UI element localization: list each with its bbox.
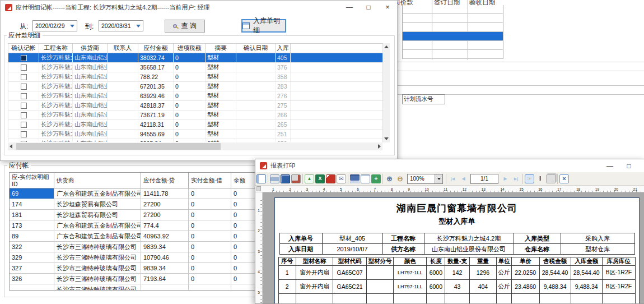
cell-summary[interactable]: 型材 (206, 91, 236, 100)
minimize-button[interactable]: — (600, 159, 619, 173)
scroll-down-icon[interactable] (384, 137, 389, 140)
zoom-out-icon[interactable]: ⊖ (395, 174, 405, 183)
column-header-payable-credit[interactable]: 应付金额-贷 (141, 173, 189, 188)
table-row[interactable]: 181 长沙坦森贸易有限公司 27200 0 0 (10, 210, 264, 220)
cell-payable-credit[interactable]: 40963.92 (141, 231, 189, 241)
checkbox[interactable] (21, 141, 27, 142)
cell-tax[interactable]: 0 (174, 130, 206, 139)
scroll-right-icon[interactable] (378, 144, 381, 149)
pdf-icon[interactable] (326, 174, 335, 183)
cell-payable-credit[interactable]: 27200 (141, 199, 189, 209)
maximize-button[interactable]: □ (359, 1, 378, 14)
cell-supplier[interactable]: 山东南山铝业... (73, 120, 108, 129)
table-row[interactable]: 长沙万科魅力... 山东南山铝业... 63929.46 0 型材 276 (8, 91, 382, 101)
cell-amount[interactable]: 3895.84 (138, 139, 174, 142)
checkbox[interactable] (21, 103, 27, 109)
table-row[interactable]: 173 广东合和建筑五金制品有限公司 774.4 0 0 (10, 220, 264, 231)
cell-contact[interactable] (108, 91, 138, 100)
table-row[interactable]: 329 长沙市三湘特种玻璃有限公司 10790.46 0 0 (10, 252, 264, 263)
cell-confirm-date[interactable] (236, 139, 276, 142)
table-row[interactable]: 长沙万科魅力... 山东南山铝业... 73671.19 0 型材 266 (8, 110, 382, 120)
cell-paid-debit[interactable]: 0 (189, 188, 231, 199)
cell-project[interactable]: 长沙万科魅力... (39, 63, 73, 72)
confirm-cell[interactable] (8, 139, 39, 142)
cell-entry-no[interactable]: 251 (276, 130, 291, 139)
cell-entry-no[interactable]: 266 (276, 110, 291, 119)
cell-payable-credit[interactable]: 774.4 (141, 220, 189, 231)
confirm-cell[interactable] (8, 130, 39, 139)
cell-project[interactable]: 长沙万科魅力... (39, 139, 73, 142)
cell-paid-debit[interactable] (189, 284, 231, 290)
copy-icon[interactable] (546, 174, 556, 183)
scroll-left-icon[interactable] (10, 144, 12, 149)
last-page-icon[interactable]: ▶| (511, 174, 521, 183)
horizontal-scrollbar[interactable] (8, 142, 382, 150)
table-row[interactable] (402, 23, 503, 32)
cell-supplier[interactable]: 广东合和建筑五金制品有限公司 (54, 188, 141, 199)
cell-detail-id[interactable]: 89 (10, 231, 54, 241)
confirm-cell[interactable] (8, 110, 39, 119)
scrollbar-thumb[interactable] (16, 143, 221, 150)
cell-project[interactable]: 长沙万科魅力... (39, 72, 73, 81)
checkbox[interactable] (21, 65, 27, 71)
table-row[interactable]: 326 长沙市三湘特种玻璃有限公司 7193.64 0 0 (10, 274, 264, 284)
table-row[interactable]: 327 长沙市三湘特种玻璃有限公司 9839.34 0 0 (10, 263, 264, 274)
cell-payable-credit[interactable]: 9839.34 (141, 242, 189, 252)
cell-detail-id[interactable] (10, 284, 54, 290)
save-icon[interactable] (350, 174, 360, 183)
cell-supplier[interactable]: 山东南山铝业... (73, 72, 108, 81)
cell-payable-credit[interactable]: 9839.34 (141, 263, 189, 273)
zoom-select[interactable]: 100% (407, 174, 443, 184)
cell-project[interactable]: 长沙万科魅力... (39, 101, 73, 110)
cell-project[interactable]: 长沙万科魅力... (39, 82, 73, 91)
cell-confirm-date[interactable] (236, 72, 276, 81)
cell-amount[interactable]: 35658.17 (138, 63, 174, 72)
cell-project[interactable]: 长沙万科魅力... (39, 91, 73, 100)
cell-entry-no[interactable]: 358 (276, 72, 291, 81)
cell-supplier[interactable]: 山东南山铝业... (73, 101, 108, 110)
table-row[interactable] (402, 14, 503, 23)
checkbox[interactable] (21, 84, 27, 90)
cell-payable-credit[interactable]: 27200 (141, 210, 189, 220)
cell-tax[interactable]: 0 (174, 101, 206, 110)
cell-entry-no[interactable]: 283 (276, 82, 291, 91)
zoom-in-icon[interactable]: ⊕ (385, 174, 394, 183)
table-row[interactable]: 322 长沙市三湘特种玻璃有限公司 9839.34 0 0 (10, 242, 264, 252)
cell-tax[interactable]: 0 (174, 120, 206, 129)
cell-project[interactable]: 长沙万科魅力... (39, 120, 73, 129)
cell-supplier[interactable]: 广东合和建筑五金制品有限公司 (54, 220, 141, 231)
cell-detail-id[interactable]: 329 (10, 252, 54, 262)
cell-supplier[interactable]: 山东南山铝业... (73, 139, 108, 142)
prev-page-icon[interactable]: ◀ (459, 174, 468, 183)
cell-contact[interactable] (108, 63, 138, 72)
cell-contact[interactable] (108, 82, 138, 91)
cell-contact[interactable] (108, 101, 138, 110)
print-icon[interactable] (270, 174, 279, 183)
checkbox[interactable] (21, 93, 27, 99)
cell-confirm-date[interactable] (236, 110, 276, 119)
cell-tax[interactable]: 0 (174, 72, 206, 81)
cell-summary[interactable]: 型材 (206, 139, 236, 142)
cell-payable-credit[interactable]: 10790.46 (141, 252, 189, 262)
cell-confirm-date[interactable] (236, 53, 276, 62)
column-header-contact[interactable]: 联系人 (108, 44, 138, 53)
confirm-cell[interactable] (8, 91, 39, 100)
cell-tax[interactable]: 0 (174, 139, 206, 142)
cell-paid-debit[interactable]: 0 (189, 242, 231, 252)
cell-supplier[interactable]: 山东南山铝业... (73, 82, 108, 91)
table-row[interactable]: 69 广东合和建筑五金制品有限公司 11411.78 0 0 (10, 188, 264, 199)
export-icon[interactable]: ▲ (305, 174, 314, 183)
cell-paid-debit[interactable]: 0 (189, 199, 231, 209)
cell-supplier[interactable]: 长沙市三湘特种玻璃有限公司 (54, 252, 141, 262)
cell-tax[interactable]: 0 (174, 91, 206, 100)
cell-amount[interactable]: 38032.74 (138, 53, 174, 62)
cell-payable-credit[interactable] (141, 284, 189, 290)
cell-confirm-date[interactable] (236, 101, 276, 110)
cell-paid-debit[interactable]: 0 (189, 231, 231, 241)
table-row[interactable]: 长沙万科魅力... 山东南山铝业... 42818.37 0 型材 275 (8, 101, 382, 110)
table-row[interactable]: 174 长沙坦森贸易有限公司 27200 0 0 (10, 199, 264, 210)
cell-supplier[interactable]: 长沙市三湘特种玻璃有限公司 (54, 284, 141, 290)
cell-summary[interactable]: 型材 (206, 101, 236, 110)
cell-supplier[interactable]: 长沙市三湘特种玻璃有限公司 (54, 263, 141, 273)
column-header-supplier[interactable]: 供货商 (73, 44, 108, 53)
